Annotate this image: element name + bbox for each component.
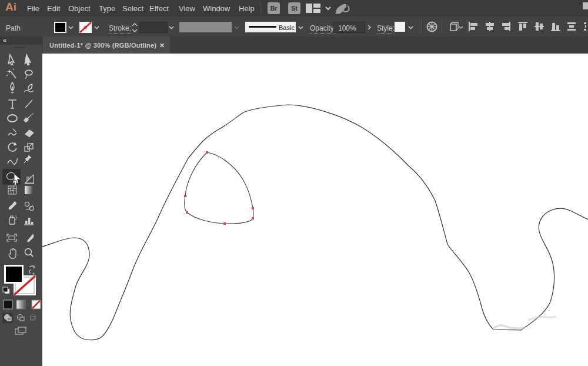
svg-text:«: « bbox=[3, 36, 6, 44]
